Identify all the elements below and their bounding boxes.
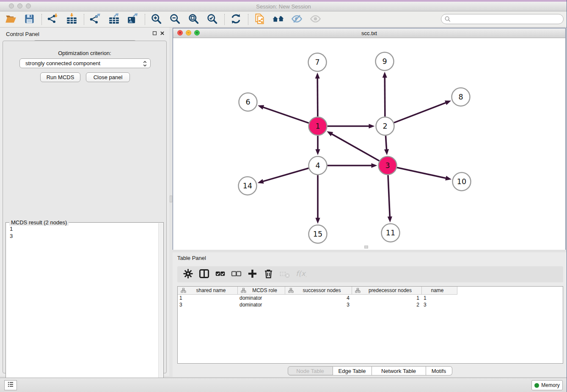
import-network-button[interactable] (46, 13, 60, 26)
control-panel-titlebar: Control Panel (0, 28, 169, 40)
run-mcds-button[interactable]: Run MCDS (40, 72, 80, 82)
sort-hierarchy-icon (355, 288, 361, 293)
column-label: successor nodes (296, 287, 352, 293)
graph-node-8[interactable]: 8 (452, 88, 470, 106)
zoom-fit-button[interactable] (186, 13, 201, 26)
column-header-predecessor-nodes[interactable]: predecessor nodes (352, 287, 422, 295)
memory-status-icon (534, 383, 539, 388)
graph-edge-1-2[interactable] (328, 124, 375, 128)
memory-label: Memory (541, 382, 559, 388)
optimization-criterion-select[interactable]: strongly connected component (19, 58, 151, 68)
splitter-grip-icon[interactable] (170, 196, 172, 202)
table-cell[interactable]: 2 (352, 301, 422, 308)
zoom-out-button[interactable] (168, 13, 182, 26)
close-panel-icon[interactable] (160, 30, 165, 36)
table-cell[interactable]: dominator (238, 295, 285, 301)
column-header-successor-nodes[interactable]: successor nodes (285, 287, 352, 295)
zoom-in-icon (151, 13, 162, 26)
refresh-button[interactable] (228, 13, 243, 26)
table-tab-motifs[interactable]: Motifs (426, 366, 452, 375)
import-table-button[interactable] (64, 13, 79, 26)
graph-edge-1-6[interactable] (258, 105, 309, 123)
zoom-in-button[interactable] (149, 13, 163, 26)
node-label: 1 (315, 122, 320, 130)
result-scrollbar[interactable] (158, 223, 163, 383)
graph-edge-1-4[interactable] (315, 136, 320, 155)
graph-node-14[interactable]: 14 (239, 177, 257, 195)
graph-edge-3-1[interactable] (327, 131, 379, 161)
graph-edge-2-8[interactable] (394, 101, 451, 123)
graph-node-3[interactable]: 3 (379, 157, 397, 175)
column-header-MCDS-role[interactable]: MCDS role (238, 287, 285, 295)
mcds-result-text[interactable]: 1 3 (7, 225, 157, 382)
network-window-titlebar[interactable]: × − + scc.txt (173, 28, 565, 38)
table-cell[interactable]: 1 (422, 295, 457, 301)
graph-node-10[interactable]: 10 (453, 173, 471, 191)
graph-edge-3-11[interactable] (388, 175, 392, 222)
table-tab-node-table[interactable]: Node Table (288, 366, 333, 375)
panel-splitter[interactable] (169, 28, 173, 376)
save-session-button[interactable] (22, 13, 36, 26)
network-canvas[interactable]: 1234678910111415 (173, 38, 565, 250)
graph-edge-2-9[interactable] (383, 72, 387, 116)
show-eye-icon (310, 13, 321, 26)
search-input[interactable] (441, 14, 564, 24)
unselect-all-button[interactable] (229, 268, 243, 281)
memory-button[interactable]: Memory (531, 380, 563, 390)
task-history-button[interactable] (4, 380, 17, 390)
export-image-button[interactable] (125, 13, 140, 26)
close-panel-button[interactable]: Close panel (86, 72, 130, 82)
go-home-button[interactable] (271, 13, 285, 26)
table-cell[interactable]: 3 (178, 301, 238, 308)
export-table-button[interactable] (107, 13, 121, 26)
table-row[interactable]: 3dominator323 (178, 301, 457, 308)
open-file-button[interactable] (3, 13, 18, 26)
show-columns-button[interactable] (197, 268, 211, 281)
attribute-settings-button[interactable] (181, 268, 195, 281)
zoom-selected-button[interactable] (205, 13, 219, 26)
attribute-settings-icon (182, 268, 194, 281)
select-all-button[interactable] (213, 268, 227, 281)
graph-edge-4-14[interactable] (258, 168, 309, 183)
delete-column-button[interactable] (261, 268, 275, 281)
table-toolbar: f(x) (177, 266, 563, 282)
clone-network-button[interactable] (252, 13, 267, 26)
table-tab-network-table[interactable]: Network Table (372, 366, 426, 375)
table-cell[interactable]: 1 (352, 295, 422, 301)
hide-panels-button[interactable] (289, 13, 304, 26)
graph-edge-2-3[interactable] (384, 135, 389, 155)
column-header-shared-name[interactable]: shared name (178, 287, 238, 295)
table-cell[interactable]: 4 (285, 295, 352, 301)
add-column-button[interactable] (245, 268, 259, 281)
table-row[interactable]: 1dominator411 (178, 295, 457, 301)
graph-node-11[interactable]: 11 (382, 224, 400, 242)
node-label: 11 (386, 229, 395, 237)
view-resize-grip[interactable] (364, 246, 368, 248)
table-panel: Table Panel f(x) shared nameMCDS rolesuc… (173, 252, 567, 377)
table-cell[interactable]: 1 (178, 295, 238, 301)
toolbar-separator (84, 14, 84, 25)
graph-node-4[interactable]: 4 (309, 157, 327, 175)
graph-edge-4-15[interactable] (315, 175, 320, 224)
graph-node-15[interactable]: 15 (309, 225, 327, 243)
network-window-title: scc.txt (173, 30, 565, 36)
table-tab-edge-table[interactable]: Edge Table (333, 366, 372, 375)
graph-edge-3-10[interactable] (397, 168, 451, 181)
graph-node-7[interactable]: 7 (308, 53, 327, 72)
graph-node-2[interactable]: 2 (376, 117, 394, 135)
column-header-name[interactable]: name (422, 287, 457, 295)
show-eye-button[interactable] (308, 13, 322, 26)
table-cell[interactable]: 3 (285, 301, 352, 308)
graph-node-1[interactable]: 1 (309, 117, 327, 135)
graph-edge-1-7[interactable] (315, 72, 320, 116)
graph-edge-4-3[interactable] (328, 163, 377, 168)
table-cell[interactable]: dominator (238, 301, 285, 308)
node-label: 4 (315, 161, 320, 170)
float-panel-icon[interactable] (152, 30, 157, 36)
column-label: predecessor nodes (363, 287, 421, 293)
graph-node-6[interactable]: 6 (239, 93, 257, 111)
node-label: 14 (243, 182, 252, 190)
export-network-button[interactable] (88, 13, 102, 26)
table-cell[interactable]: 3 (422, 301, 457, 308)
graph-node-9[interactable]: 9 (376, 52, 394, 71)
